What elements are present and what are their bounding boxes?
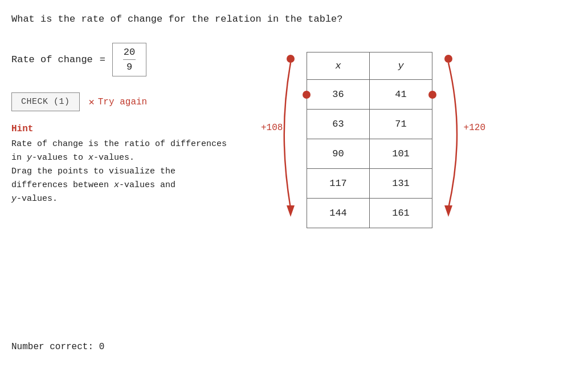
cell-y-1: 71 [370,109,432,139]
x-icon: ✕ [89,96,95,108]
rate-of-change-row: Rate of change = 20 9 [11,43,251,76]
hint-line2: in y-values to x-values. [11,153,134,163]
hint-body: Rate of change is the ratio of differenc… [11,138,251,206]
cell-x-3: 117 [307,168,370,198]
cell-x-1: 63 [307,109,370,139]
svg-point-0 [287,55,295,63]
hint-line3: Drag the points to visualize the [11,167,175,176]
question-text: What is the rate of change for the relat… [11,14,577,25]
left-arrow-area: +108 [262,43,302,237]
fraction-input-box[interactable]: 20 9 [112,43,146,76]
cell-x-4: 144 [307,198,370,228]
table-wrapper: x y 3641637190101117131144161 [307,52,432,228]
try-again-message: ✕ Try again [89,96,148,108]
cell-y-4: 161 [370,198,432,228]
data-table: x y 3641637190101117131144161 [307,52,432,228]
number-correct: Number correct: 0 [11,342,104,352]
hint-section: Hint Rate of change is the ratio of diff… [11,124,251,206]
table-row: 90101 [307,139,432,168]
left-panel: Rate of change = 20 9 CHECK (1) ✕ Try ag… [11,43,251,206]
right-arrow-svg [437,43,471,225]
fraction-denominator[interactable]: 9 [123,60,136,72]
col-header-x: x [307,52,370,79]
left-arrow-svg [279,43,302,225]
table-row: 144161 [307,198,432,228]
table-row: 6371 [307,109,432,139]
svg-marker-3 [444,205,452,217]
table-row: 117131 [307,168,432,198]
cell-y-3: 131 [370,168,432,198]
hint-line5: y-values. [11,194,58,204]
check-button[interactable]: CHECK (1) [11,92,80,111]
cell-y-0: 41 [370,79,432,109]
equals-sign: = [100,54,105,65]
fraction-numerator[interactable]: 20 [123,47,136,60]
right-panel: +108 x [262,43,483,237]
svg-point-2 [444,55,452,63]
hint-line1: Rate of change is the ratio of differenc… [11,139,227,149]
col-header-y: y [370,52,432,79]
cell-x-0: 36 [307,79,370,109]
check-row: CHECK (1) ✕ Try again [11,92,251,111]
try-again-label: Try again [98,97,147,107]
dot-right-top [428,91,436,99]
hint-title: Hint [11,124,251,134]
cell-y-2: 101 [370,139,432,168]
rate-of-change-label: Rate of change [11,54,93,65]
dot-left-top [303,91,311,99]
svg-marker-1 [287,205,295,217]
table-row: 3641 [307,79,432,109]
cell-x-2: 90 [307,139,370,168]
right-arrow-area: +120 [437,43,483,237]
hint-line4: differences between x-values and [11,180,175,190]
